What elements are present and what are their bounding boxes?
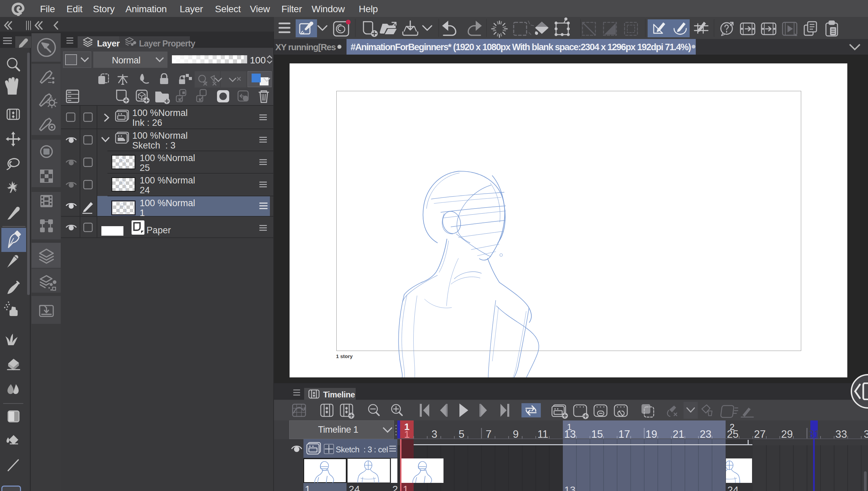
svg-text:15: 15 [591,428,603,439]
svg-text:3: 3 [431,428,437,439]
svg-text:5: 5 [458,428,464,439]
svg-text:3: 3 [864,428,868,439]
svg-text:9: 9 [513,428,518,439]
svg-text:11: 11 [537,428,548,439]
svg-text:23: 23 [700,428,711,439]
svg-text:17: 17 [618,428,630,439]
svg-text:29: 29 [781,428,793,439]
svg-text:7: 7 [486,428,491,439]
svg-text:1: 1 [404,429,410,439]
svg-text:21: 21 [673,428,684,439]
svg-text:2: 2 [730,422,734,432]
svg-text:31: 31 [808,428,820,439]
svg-text:27: 27 [754,428,766,439]
svg-text:1: 1 [567,422,572,432]
svg-text:19: 19 [646,428,657,439]
svg-text:33: 33 [835,428,847,439]
